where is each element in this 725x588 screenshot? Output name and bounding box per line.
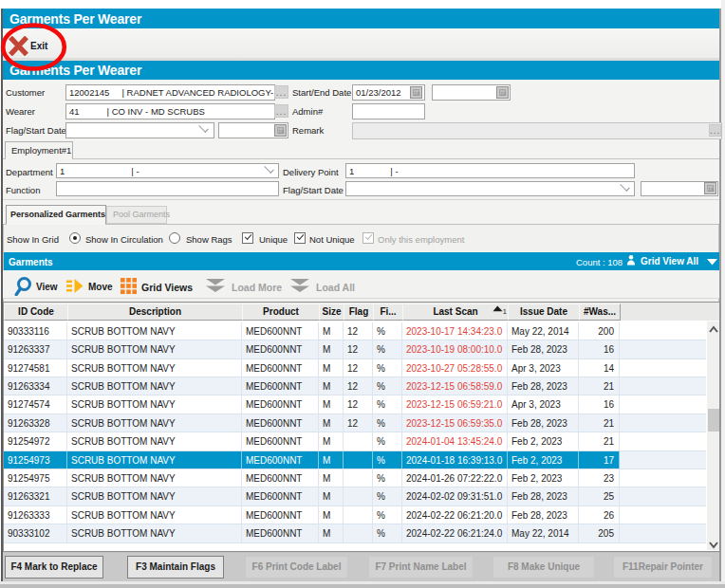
svg-text:1: 1	[503, 307, 507, 314]
